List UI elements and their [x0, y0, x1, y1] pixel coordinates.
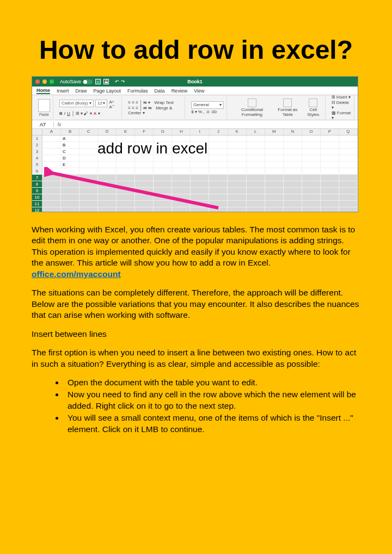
- column-header: K: [228, 129, 247, 135]
- cell: [209, 136, 228, 141]
- cell: [321, 162, 339, 168]
- cell: [302, 155, 321, 161]
- cell: [228, 188, 246, 194]
- cell: [265, 149, 284, 155]
- column-header: D: [98, 129, 117, 135]
- close-icon: [35, 79, 40, 84]
- cell: [321, 181, 339, 187]
- steps-list: Open the document with the table you wan…: [32, 377, 360, 435]
- ribbon: Paste Calibri (Body)▾ 12▾ A^ A˅ B I U │ …: [32, 95, 358, 120]
- cell: [302, 175, 321, 181]
- list-item: Open the document with the table you wan…: [64, 377, 360, 388]
- row-number: 10: [32, 194, 42, 200]
- tab-review: Review: [171, 88, 188, 94]
- cell: [265, 136, 284, 141]
- row-number: 3: [32, 149, 42, 155]
- cell: [339, 201, 358, 207]
- cell: [265, 142, 284, 148]
- column-headers: ABCDEFGHIJKLMNOPQ: [32, 129, 358, 136]
- cell: [321, 155, 339, 161]
- cell: [302, 168, 321, 174]
- cell: [302, 188, 321, 194]
- column-header: N: [284, 129, 302, 135]
- situations-paragraph: The situations can be completely differe…: [32, 287, 360, 321]
- cell: [79, 155, 98, 161]
- cell: [321, 149, 339, 155]
- cell: B: [61, 142, 79, 148]
- column-header: P: [321, 129, 339, 135]
- cell: [284, 168, 302, 174]
- tab-insert: Insert: [57, 88, 69, 94]
- ribbon-clipboard: Paste: [35, 96, 53, 119]
- cell: [228, 194, 246, 200]
- ribbon-number: General▾ $ ▾ % , .0 .00: [188, 96, 227, 119]
- cell: [228, 175, 246, 181]
- cell: [339, 175, 358, 181]
- cell: [265, 188, 284, 194]
- column-header: H: [172, 129, 191, 135]
- column-header: J: [210, 129, 228, 135]
- ribbon-styles: Conditional Formatting Format as Table C…: [230, 96, 325, 119]
- cell: [228, 162, 246, 168]
- tab-view: View: [194, 88, 204, 94]
- account-link[interactable]: office.com/myaccount: [32, 269, 121, 279]
- cell: [321, 168, 339, 174]
- cell: [302, 194, 321, 200]
- fx-icon: fx: [54, 122, 65, 127]
- cell: [339, 194, 358, 200]
- ribbon-alignment: ≡ ≡ ≡ │ ⇆ ▾ Wrap Text ≡ ≡ ≡ │ ⇄ ⇆ Merge …: [125, 96, 185, 119]
- cell: [228, 168, 246, 174]
- column-header: L: [247, 129, 265, 135]
- cell: [339, 142, 358, 148]
- font-style-row: B I U │ ⊞ ▾ 🖌 ▾ A ▾: [59, 111, 100, 116]
- tab-formulas: Formulas: [127, 88, 148, 94]
- cell: [321, 136, 339, 141]
- cell: [42, 149, 61, 155]
- cell: [321, 188, 339, 194]
- font-increase-icon: A^ A˅: [109, 100, 119, 109]
- cell: [247, 155, 265, 161]
- list-item: You will see a small context menu, one o…: [64, 413, 360, 435]
- cell: [42, 136, 61, 141]
- cell: [302, 142, 321, 148]
- column-header: A: [42, 129, 61, 135]
- cell: [339, 168, 358, 174]
- cell: [79, 149, 98, 155]
- column-header: F: [135, 129, 154, 135]
- paste-icon: [38, 99, 50, 112]
- column-header: O: [302, 129, 321, 135]
- cell: [247, 168, 265, 174]
- conditional-formatting-icon: [248, 99, 256, 107]
- cell: [265, 181, 284, 187]
- home-icon: ⌂: [95, 79, 101, 84]
- cell: [321, 175, 339, 181]
- cell: [302, 162, 321, 168]
- minimize-icon: [42, 79, 47, 84]
- cell: [228, 136, 246, 141]
- cell: [339, 162, 358, 168]
- cell: [339, 155, 358, 161]
- row-number: 9: [32, 188, 42, 194]
- tab-home: Home: [36, 88, 50, 94]
- cell: [228, 142, 246, 148]
- autosave-label: AutoSave: [60, 79, 81, 84]
- cell: [284, 175, 302, 181]
- cell: [339, 149, 358, 155]
- cell: [284, 149, 302, 155]
- cell: A: [61, 136, 79, 141]
- cell: [302, 136, 321, 141]
- cell: [284, 181, 302, 187]
- column-header: C: [79, 129, 98, 135]
- size-select: 12▾: [95, 100, 107, 107]
- window-titlebar: AutoSave ⌂ 💾 ↶ ↷ Book1: [32, 77, 358, 87]
- ribbon-cells: ⊞ Insert ▾ ⊟ Delete ▾ ▦ Format ▾: [329, 96, 354, 119]
- cell: [339, 188, 358, 194]
- tab-pagelayout: Page Layout: [94, 88, 121, 94]
- save-icon: 💾: [103, 79, 109, 84]
- cell: [321, 194, 339, 200]
- cell: [284, 207, 302, 212]
- cell: [247, 149, 265, 155]
- cell: [302, 149, 321, 155]
- cell: [42, 142, 61, 148]
- column-header: B: [61, 129, 79, 135]
